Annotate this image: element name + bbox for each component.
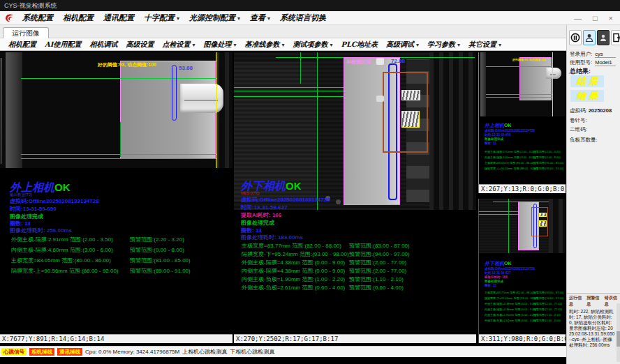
tool-image-processing[interactable]: 图像处理 — [203, 40, 236, 50]
ai-region-label: AI检测区域 — [346, 59, 371, 66]
tab-strip: 运行图像 — [0, 25, 566, 38]
measurement-warn: 预警范围:(1.10 - 2.10) — [349, 275, 404, 283]
close-button[interactable]: × — [609, 11, 613, 25]
menu-item-cross-config[interactable]: 十字配置 — [144, 13, 179, 23]
tool-test-params[interactable]: 测试项参数 — [293, 40, 332, 50]
menu-item-language-switch[interactable]: 系统语言切换 — [280, 13, 326, 23]
turns-line: 圈数: 13 — [485, 284, 496, 287]
menu-item-view[interactable]: 查看 — [250, 13, 270, 23]
log-scrollbar[interactable] — [617, 303, 620, 362]
measurement-text: 内侧主极-隔膜:4.60mm 范围:(3.00 - 6.00) — [485, 156, 536, 159]
virtual-code-line: 虚拟码:Offline20250208133134728 — [241, 196, 330, 204]
log-scrollbar-thumb[interactable] — [617, 331, 620, 347]
sidebar-buttons — [569, 30, 620, 45]
sidebar: 登录用户: cys 使用型号: Model1 总结果: 结 果 结 果 虚拟码:… — [566, 25, 620, 364]
measurement-text: 主极宽度=83.05mm 范围:(80.00 - 86.00) — [485, 161, 534, 165]
measurement-text: 外侧主极-负极=2.61mm 范围:(0.60 - 4.00) — [485, 319, 536, 322]
menu-item-camera-config[interactable]: 相机配置 — [63, 13, 94, 23]
user-icon — [585, 33, 593, 43]
camera2-thumbnail-panel: 外下相机OK 虚拟码:Offline20250208133134728 时间:1… — [478, 199, 566, 343]
bright-mark — [376, 96, 384, 102]
pin-number-row: 卷针号: — [570, 117, 587, 124]
minimize-button[interactable]: — — [574, 11, 582, 25]
user-login-button[interactable] — [583, 30, 596, 45]
tool-camera-config[interactable]: 相机配置 — [8, 40, 36, 50]
tool-spot-check[interactable]: 点检设置 — [162, 40, 195, 50]
tool-ai-use-config[interactable]: AI使用配置 — [45, 40, 81, 50]
upper-camera-heartbeat: 上相机心跳检测真 — [182, 348, 227, 356]
tool-other-settings[interactable]: 其它设置 — [468, 40, 501, 50]
threshold-label: 好的阈值:93, 动态阈值:100 — [98, 61, 156, 68]
measurement-text: 内侧主极-负极=1.90mm 范围:(1.00 - 2.20) — [485, 313, 536, 317]
camera1-thumbnail-panel: 好的阈值:93, 动态阈值:100 外上相机OK 虚拟码:Offline2025… — [478, 52, 566, 193]
measure-line-overlay — [317, 52, 318, 210]
menubar: 系统配置 相机配置 通讯配置 十字配置 光源控制配置 查看 系统语言切换 — □… — [0, 11, 620, 25]
time-line: 时间:13-31-59-650 — [10, 205, 57, 213]
exit-door-icon — [612, 33, 620, 43]
ai-elapsed-line: 提取AI耗时: 166 — [485, 275, 508, 279]
virtual-code-row: 虚拟码: 20250208 — [570, 107, 612, 114]
lower-camera-heartbeat: 下相机心跳检测真 — [230, 348, 274, 356]
measurement-warn: 预警范围:(2.00 - 77.00) — [349, 267, 406, 275]
camera1-pixel-readout: X:7677;Y:891;R:14;G:14;B:14 — [0, 334, 232, 343]
process-done-line: 图像处理完成 — [241, 219, 274, 227]
reference-line-overlay — [552, 52, 553, 116]
neg-tab-count-row: 负极耳数量: — [570, 137, 598, 144]
tab-connector-blob — [546, 68, 561, 79]
measurement-warn: 预警范围:(1.10 - 2.10) — [533, 313, 561, 317]
measurement-warn: 预警范围:(2.00 - 77.00) — [533, 302, 562, 305]
measurement-warn: 预警范围:(0.00 - 8.00) — [130, 246, 184, 254]
threshold-label: 好的阈值:93, 动态阈值:100 — [512, 58, 546, 61]
log-tab-alarm-info[interactable]: 报警信息 — [586, 295, 601, 308]
app-window: CYS-视觉检测系统 系统配置 相机配置 通讯配置 十字配置 光源控制配置 查看… — [0, 0, 620, 364]
measurement-warn: 预警范围:(94.00 - 97.00) — [533, 296, 563, 300]
log-tab-run-info[interactable]: 运行信息 — [569, 295, 584, 308]
menu-item-light-config[interactable]: 光源控制配置 — [189, 13, 240, 23]
menu-item-system-config[interactable]: 系统配置 — [22, 13, 53, 23]
measurement-text: 外侧主极-负极=2.61mm 范围:(0.60 - 4.00) — [242, 284, 345, 291]
measurement-text: 外侧主极-隔膜=4.38mm 范围:(0.00 - 9.00) — [242, 259, 345, 266]
log-area: 运行信息 报警信息 错误信息 耗时: 222, 缺陷检测耗时: 17, 缺陷分类… — [567, 293, 620, 364]
toolbar: 相机配置 AI使用配置 相机调试 高级设置 点检设置 图像处理 基准线参数 测试… — [0, 38, 566, 51]
tab-run-image[interactable]: 运行图像 — [3, 27, 49, 39]
measurement-text: 内侧主极-隔膜=4.38mm 范围:(0.00 - 9.00) — [485, 308, 536, 311]
camera-offline-badge: 相机掉线 — [29, 348, 54, 356]
operator-button[interactable] — [597, 30, 610, 45]
login-user-row: 登录用户: cys — [570, 51, 616, 58]
camera2-thumbnail-image[interactable] — [479, 199, 566, 253]
login-user-value[interactable]: cys — [595, 51, 616, 58]
measure-line-overlay — [21, 78, 216, 79]
tool-advanced-settings[interactable]: 高级设置 — [126, 40, 154, 50]
measurement-text: 主极宽度=83.77mm 范围:(82.00 - 88.00) — [242, 242, 341, 250]
exit-button[interactable] — [611, 30, 620, 45]
measure-line-overlay — [479, 214, 519, 215]
model-row: 使用型号: Model1 — [570, 59, 616, 66]
model-value[interactable]: Model1 — [595, 59, 616, 66]
camera2-name: 外下相机 — [485, 260, 504, 266]
tool-advanced-debug[interactable]: 高级调试 — [386, 40, 419, 50]
tab-detection-overlay — [401, 90, 420, 100]
tool-camera-debug[interactable]: 相机调试 — [89, 40, 117, 50]
camera2-pixel-readout: X:270;Y:2502;R:17;G:17;B:17 — [234, 334, 476, 343]
measure-line-overlay — [300, 52, 301, 84]
tool-plc-address[interactable]: PLC地址表 — [341, 40, 378, 50]
camera1-image[interactable]: 好的阈值:93, 动态阈值:100 53.88 — [0, 52, 232, 168]
result-box-1: 结 果 — [570, 75, 604, 87]
menu-item-comm-config[interactable]: 通讯配置 — [103, 13, 134, 23]
pause-button[interactable] — [569, 30, 582, 45]
heartbeat-status-badge: 心跳信号 — [1, 348, 27, 356]
turns-line: 圈数: 13 — [485, 142, 496, 145]
measurement-warn: 预警范围:(0.60 - 4.00) — [349, 284, 404, 291]
measurement-text: 隔膜宽度-下=95.24mm 范围:(93.00 - 98.00) — [485, 296, 538, 300]
neg-tab-count-label: 负极耳数量: — [570, 137, 598, 143]
tool-baseline-params[interactable]: 基准线参数 — [244, 40, 284, 50]
blue-gauge-label: 53.88 — [179, 65, 193, 71]
measurement-text: 主极宽度=83.05mm 范围:(80.00 - 86.00) — [11, 257, 111, 264]
blue-gauge-overlay — [172, 65, 177, 121]
tool-learn-params[interactable]: 学习参数 — [427, 40, 460, 50]
time-line: 时间:13-31-59-627 — [241, 204, 288, 211]
measurement-warn: 预警范围:(2.20 - 3.20) — [533, 150, 561, 153]
maximize-button[interactable]: □ — [593, 11, 598, 25]
model-label: 使用型号: — [570, 59, 592, 66]
camera1-thumbnail-image[interactable]: 好的阈值:93, 动态阈值:100 — [479, 52, 566, 116]
